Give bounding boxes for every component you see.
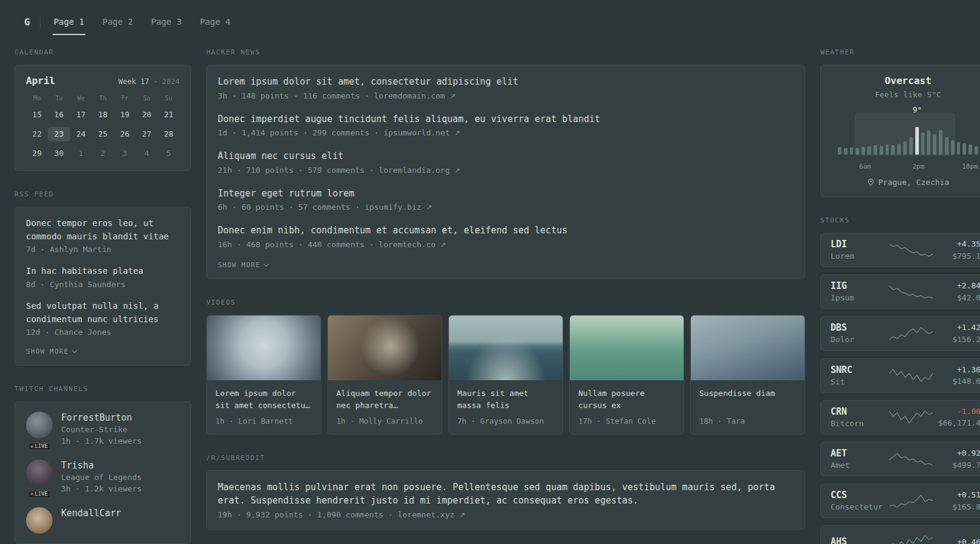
tab-page-3[interactable]: Page 3 (150, 8, 183, 35)
hackernews-widget-title: HACKER NEWS (206, 48, 805, 56)
twitch-channel[interactable]: LIVE ForrestBurton Counter-Strike 1h · 1… (26, 412, 180, 447)
hackernews-item: Donec imperdiet augue tincidunt felis al… (218, 112, 794, 138)
hackernews-item-domain[interactable]: loremlandia.org (379, 166, 449, 175)
rss-item-title[interactable]: Sed volutpat nulla nisl, a condimentum n… (26, 300, 180, 326)
app-logo[interactable]: G (15, 16, 40, 28)
calendar-day-next-month: 2 (92, 146, 114, 161)
calendar-dow: We (70, 95, 92, 102)
twitch-widget: TWITCH CHANNELS LIVE ForrestBurton Count… (15, 385, 191, 543)
stock-sparkline (889, 493, 933, 509)
video-thumbnail[interactable] (570, 316, 684, 380)
stock-row: CCS Consectetur +0.51% $165.84 (820, 484, 980, 518)
stock-row: SNRC Sit +1.36% $148.64 (820, 358, 980, 393)
video-card[interactable]: Aliquam tempor dolor nec pharetra… 1h · … (327, 315, 442, 435)
channel-name[interactable]: KendallCarr (61, 507, 121, 520)
left-column: CALENDAR April Week 17 · 2024 Mo Tu We T… (15, 48, 191, 544)
weather-time-label: 2pm (912, 163, 924, 170)
stocks-widget: STOCKS LDI Lorem +4.35% $795.18 IIG (820, 216, 980, 544)
channel-info: Trisha League of Legends 3h · 1.2k viewe… (61, 459, 142, 495)
avatar (26, 412, 53, 438)
video-title[interactable]: Nullam posuere cursus ex (578, 387, 675, 412)
stock-values: -1.00% $66,171.48 (933, 406, 980, 429)
stock-row: IIG Ipsum +2.84% $42.04 (820, 274, 980, 309)
video-body: Mauris sit amet massa felis 7h · Grayson… (449, 380, 563, 434)
hackernews-item-title[interactable]: Integer eget rutrum lorem (218, 187, 794, 201)
stock-change: +2.84% (933, 280, 980, 292)
right-column: WEATHER Overcast Feels like 5°C 9° 6am 2… (820, 48, 980, 544)
stock-sparkline (889, 409, 933, 425)
hackernews-show-more-button[interactable]: SHOW MORE (218, 261, 794, 269)
twitch-channel[interactable]: KendallCarr (26, 507, 180, 534)
reddit-post-domain[interactable]: loremnet.xyz (397, 510, 454, 519)
rss-widget-title: RSS FEED (15, 190, 191, 198)
rss-item-title[interactable]: Donec tempor eros leo, ut commodo mauris… (26, 217, 180, 243)
channel-game: League of Legends (61, 472, 142, 484)
video-thumbnail[interactable] (207, 316, 321, 380)
video-meta: 17h · Stefan Cole (578, 416, 675, 426)
channel-name[interactable]: ForrestBurton (61, 412, 142, 424)
weather-location: Prague, Czechia (832, 178, 980, 187)
hackernews-item-domain[interactable]: loremtech.co (379, 240, 436, 249)
hackernews-item-domain[interactable]: ipsumify.biz (365, 202, 422, 212)
rss-show-more-button[interactable]: SHOW MORE (26, 348, 180, 355)
video-card[interactable]: Nullam posuere cursus ex 17h · Stefan Co… (569, 315, 684, 435)
stock-name: Bitcorn (831, 418, 889, 429)
calendar-dow: Tu (48, 95, 70, 102)
stock-info: DBS Dolor (831, 322, 889, 345)
tab-page-2[interactable]: Page 2 (101, 8, 134, 35)
video-body: Aliquam tempor dolor nec pharetra… 1h · … (328, 380, 442, 434)
dashboard-page: G Page 1 Page 2 Page 3 Page 4 CALENDAR A… (0, 0, 980, 544)
reddit-card: Maecenas mollis pulvinar erat non posuer… (206, 470, 805, 529)
stock-change: +0.46% (933, 536, 980, 544)
tab-page-4[interactable]: Page 4 (198, 8, 232, 35)
video-title[interactable]: Mauris sit amet massa felis (457, 387, 554, 412)
hackernews-item-title[interactable]: Donec enim nibh, condimentum et accumsan… (218, 224, 794, 238)
hackernews-item-meta: 21h · 710 points · 579 comments · loreml… (218, 166, 794, 175)
calendar-dow: Th (92, 95, 114, 102)
stock-ticker: LDI (831, 238, 889, 251)
stock-name: Amet (831, 460, 889, 471)
video-meta: 18h · Tara (699, 416, 796, 426)
hackernews-item-title[interactable]: Aliquam nec cursus elit (218, 149, 794, 163)
video-card[interactable]: Suspendisse diam 18h · Tara (690, 315, 805, 435)
video-thumbnail[interactable] (449, 316, 563, 380)
video-thumbnail[interactable] (328, 316, 442, 380)
calendar-dow: Su (158, 95, 180, 102)
stock-sparkline (889, 326, 933, 342)
stock-row: CRN Bitcorn -1.00% $66,171.48 (820, 400, 980, 435)
video-title[interactable]: Lorem ipsum dolor sit amet consectetu… (215, 387, 312, 412)
channel-meta: 1h · 1.7k viewers (61, 436, 142, 447)
stock-name: Dolor (831, 334, 889, 345)
weather-condition: Overcast (832, 75, 980, 86)
hackernews-item-title[interactable]: Donec imperdiet augue tincidunt felis al… (218, 112, 794, 126)
calendar-day: 24 (70, 127, 92, 141)
video-row: Lorem ipsum dolor sit amet consectetu… 1… (206, 315, 805, 435)
video-card[interactable]: Lorem ipsum dolor sit amet consectetu… 1… (206, 315, 321, 435)
stock-price: $156.28 (933, 334, 980, 346)
video-title[interactable]: Aliquam tempor dolor nec pharetra… (336, 387, 433, 412)
channel-meta: 3h · 1.2k viewers (61, 484, 142, 495)
stock-sparkline (889, 368, 933, 383)
weather-current-temp: 9° (912, 105, 922, 114)
hackernews-item-domain[interactable]: loremdomain.com (374, 91, 445, 100)
stock-ticker: DBS (831, 322, 889, 334)
calendar-day: 17 (70, 108, 92, 122)
video-thumbnail[interactable] (691, 316, 805, 380)
video-title[interactable]: Suspendisse diam (699, 387, 796, 412)
rss-item: In hac habitasse platea 8d · Cynthia Sau… (26, 265, 180, 289)
dashboard-grid: CALENDAR April Week 17 · 2024 Mo Tu We T… (15, 48, 933, 544)
hackernews-item-title[interactable]: Lorem ipsum dolor sit amet, consectetur … (218, 75, 794, 89)
channel-name[interactable]: Trisha (61, 459, 142, 472)
tab-page-1[interactable]: Page 1 (53, 8, 86, 35)
calendar-day: 22 (26, 127, 48, 141)
reddit-post-title[interactable]: Maecenas mollis pulvinar erat non posuer… (218, 481, 794, 508)
calendar-day: 26 (114, 127, 136, 141)
video-card[interactable]: Mauris sit amet massa felis 7h · Grayson… (448, 315, 563, 435)
twitch-channel[interactable]: LIVE Trisha League of Legends 3h · 1.2k … (26, 459, 180, 495)
calendar-day: 21 (158, 108, 180, 122)
rss-item-title[interactable]: In hac habitasse platea (26, 265, 180, 278)
weather-feels-like: Feels like 5°C (832, 90, 980, 99)
stock-row: AHS +0.46% (820, 525, 980, 544)
hackernews-item-domain[interactable]: ipsumworld.net (384, 128, 450, 137)
stock-values: +0.92% $499.72 (933, 447, 980, 471)
